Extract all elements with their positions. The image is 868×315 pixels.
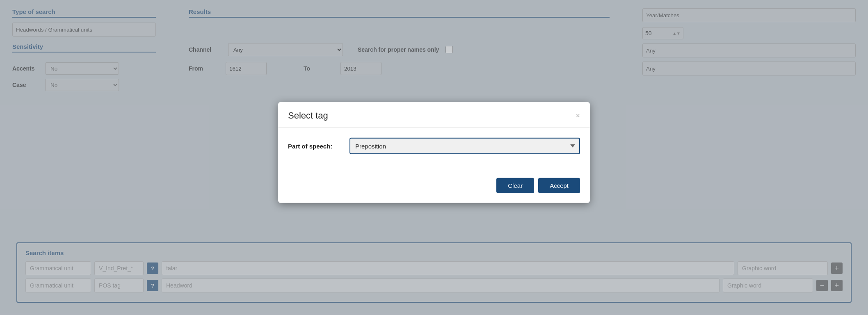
accept-button[interactable]: Accept [538, 178, 580, 193]
modal-close-button[interactable]: × [576, 112, 580, 119]
select-tag-modal: Select tag × Part of speech: Preposition… [278, 102, 590, 203]
part-of-speech-select[interactable]: Preposition Noun Verb Adjective Adverb C… [349, 138, 580, 154]
modal-header: Select tag × [278, 102, 590, 128]
clear-button[interactable]: Clear [496, 178, 534, 193]
modal-body: Part of speech: Preposition Noun Verb Ad… [278, 128, 590, 178]
modal-title: Select tag [288, 110, 328, 121]
modal-footer: Clear Accept [278, 178, 590, 203]
part-of-speech-row: Part of speech: Preposition Noun Verb Ad… [288, 138, 580, 154]
part-of-speech-label: Part of speech: [288, 142, 341, 149]
